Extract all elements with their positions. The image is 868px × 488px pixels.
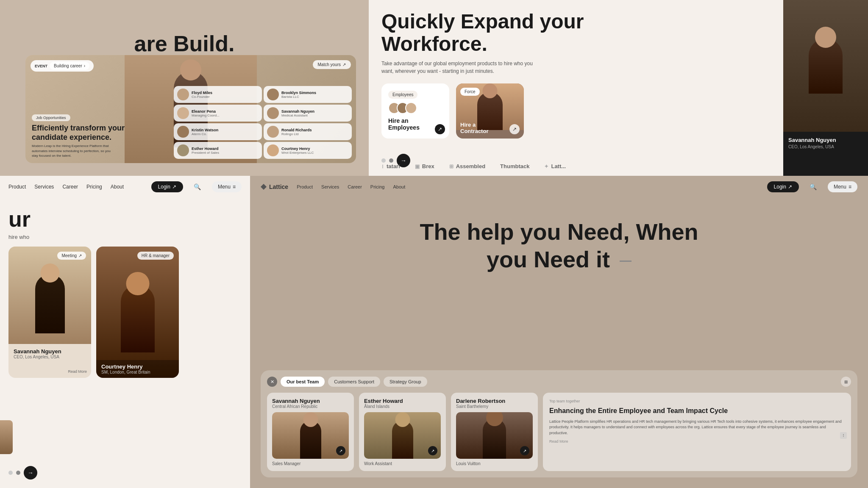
nav-about[interactable]: About: [111, 184, 124, 190]
darlene-team-head: [486, 412, 503, 426]
bottom-nav-controls: →: [8, 466, 37, 480]
lattice-nav-product[interactable]: Product: [297, 184, 313, 189]
lattice-menu-icon: ≡: [849, 184, 851, 190]
lattice-nav-career[interactable]: Career: [348, 184, 362, 189]
team-text-body: Lattice People Platform simplifies HR op…: [549, 419, 845, 436]
savannah-top-info: Savannah Nguyen Medical Assistant: [281, 109, 348, 117]
right-person-name: Savannah Nguyen: [788, 137, 863, 143]
top-right-headline: Quickly Expand your Workforce.: [381, 11, 593, 55]
lattice-nav-pricing[interactable]: Pricing: [370, 184, 385, 189]
team-tab-strategy[interactable]: Strategy Group: [384, 377, 427, 387]
team-esther-card: Esther Howard Åland Islands ↗ Work Assis…: [359, 393, 446, 471]
person-card-floyd: Floyd Miles Co-Founder: [174, 86, 262, 103]
bottom-nav-arrow[interactable]: →: [24, 466, 37, 480]
courtney-card: HR & manager Courtney Henry SM, London, …: [96, 247, 179, 378]
savannah-body: [35, 274, 65, 333]
nav-services[interactable]: Services: [34, 184, 54, 190]
team-close-button[interactable]: ✕: [267, 377, 277, 387]
brooklyn-avatar: [267, 89, 279, 100]
nav-login-button[interactable]: Login ↗: [151, 181, 183, 192]
darlene-team-body: [483, 419, 506, 459]
right-person-head: [815, 27, 836, 48]
person-card-brooklyn: Brooklyn Simmons Barista LLC: [264, 86, 352, 103]
bottom-left-panel: Product Services Career Pricing About Lo…: [0, 176, 250, 488]
lattice-diamond-icon: [261, 184, 267, 190]
right-person-image: [783, 0, 868, 132]
team-darlene-image: ↗: [456, 412, 533, 459]
card-background: EVENT Building career › Match yours ↗ Jo…: [25, 55, 356, 163]
team-savannah-role: Sales Manager: [272, 461, 349, 466]
right-person-card: Savannah Nguyen CEO, Los Angeles, USA: [783, 0, 868, 176]
team-savannah-name: Savannah Nguyen: [272, 398, 349, 404]
hire-employees-arrow[interactable]: ↗: [435, 124, 445, 134]
contractor-head: [483, 83, 498, 98]
brand-assembled: ⊞ Assembled: [449, 163, 485, 169]
brand-thumbtack: Thumbtack: [500, 163, 529, 169]
card-main-headline: Efficiently transform your candidate exp…: [32, 124, 125, 142]
building-career-tag: Building career ›: [50, 62, 89, 70]
nav-search-icon[interactable]: 🔍: [192, 181, 203, 193]
event-tag: EVENT Building career ›: [31, 60, 94, 72]
match-yours-button[interactable]: Match yours ↗: [313, 60, 351, 69]
force-tag: Force: [460, 88, 480, 96]
savannah-card: Meeting ↗ Savannah Nguyen CEO, Los Angel…: [8, 247, 91, 378]
nav-product[interactable]: Product: [8, 184, 26, 190]
job-opportunities-tag: Job Opportunities: [32, 114, 70, 121]
savannah-team-arrow[interactable]: ↗: [336, 446, 345, 455]
nav-menu-button[interactable]: Menu ≡: [212, 181, 242, 192]
team-savannah-location: Central African Republic: [272, 404, 349, 409]
team-savannah-card: Savannah Nguyen Central African Republic…: [267, 393, 354, 471]
person-card-savannah-top: Savannah Nguyen Medical Assistant: [264, 105, 352, 122]
employee-avatar-3: [405, 102, 417, 114]
team-cards-row: Savannah Nguyen Central African Republic…: [267, 393, 851, 471]
courtney-body: [121, 285, 155, 352]
darlene-team-arrow[interactable]: ↗: [520, 446, 529, 455]
menu-lines-icon: ≡: [233, 184, 236, 190]
nav-dot-2[interactable]: [389, 158, 393, 163]
lattice-search-icon[interactable]: 🔍: [807, 181, 819, 193]
team-together-tag: Top team together: [549, 399, 845, 403]
hire-contractor-arrow[interactable]: ↗: [509, 124, 520, 134]
brooklyn-info: Brooklyn Simmons Barista LLC: [281, 91, 348, 99]
person-card-ronald: Ronald Richards Rolingo Ltd: [264, 123, 352, 140]
nav-career[interactable]: Career: [62, 184, 78, 190]
bottom-nav-dot-2[interactable]: [16, 471, 20, 475]
floyd-info: Floyd Miles Co-Founder: [192, 91, 259, 99]
nav-dot-1[interactable]: [381, 158, 386, 163]
hire-card-avatars: [388, 102, 442, 114]
headline-underline: [620, 261, 632, 262]
lattice-nav-about[interactable]: About: [393, 184, 405, 189]
hire-who-text: hire who: [8, 234, 242, 240]
bottom-nav-dot-1[interactable]: [8, 471, 13, 475]
team-tabs-row: ✕ Our best Team Customers Support Strate…: [267, 377, 851, 387]
top-right-subtext: Take advantage of our global employment …: [381, 60, 542, 75]
nav-pricing[interactable]: Pricing: [86, 184, 102, 190]
team-tab-our-best[interactable]: Our best Team: [281, 377, 325, 387]
bottom-left-content: ur hire who Meeting ↗ Savannah Nguyen CE…: [0, 198, 250, 386]
team-read-more[interactable]: Read More: [549, 439, 845, 444]
team-tab-customers[interactable]: Customers Support: [328, 377, 380, 387]
esther-team-body: [392, 421, 413, 459]
esther-top-info: Esther Howard President of Sales: [192, 147, 259, 155]
eleanor-info: Eleanor Pena Managing Coord...: [192, 109, 259, 117]
esther-team-arrow[interactable]: ↗: [428, 446, 437, 455]
lattice-login-button[interactable]: Login ↗: [767, 181, 799, 192]
savannah-read-more[interactable]: Read More: [68, 369, 87, 374]
brand-logos-row: ⫶ tatari ▣ Brex ⊞ Assembled Thumbtack ✦ …: [381, 163, 566, 169]
hr-manager-badge: HR & manager: [137, 252, 174, 260]
chevron-right-icon: ›: [84, 64, 85, 68]
team-text-headline: Enhancing the Entire Employee and Team I…: [549, 407, 845, 416]
person-card-esther-top: Esther Howard President of Sales: [174, 142, 262, 159]
ur-text: ur: [8, 206, 242, 232]
lattice-menu-button[interactable]: Menu ≡: [828, 181, 857, 192]
bottom-right-panel: Lattice Product Services Career Pricing …: [250, 176, 868, 488]
person-card-eleanor: Eleanor Pena Managing Coord...: [174, 105, 262, 122]
savannah-top-avatar: [267, 107, 279, 119]
team-text-card: Top team together Enhancing the Entire E…: [543, 393, 851, 471]
lattice-nav-services[interactable]: Services: [321, 184, 339, 189]
employees-tag: Employees: [388, 91, 417, 99]
esther-top-avatar: [177, 144, 189, 156]
card-main-sub: Modern Leap is the Hiring Experience Pla…: [32, 144, 117, 158]
team-expand-button[interactable]: ⊞: [841, 377, 851, 387]
eleanor-avatar: [177, 107, 189, 119]
